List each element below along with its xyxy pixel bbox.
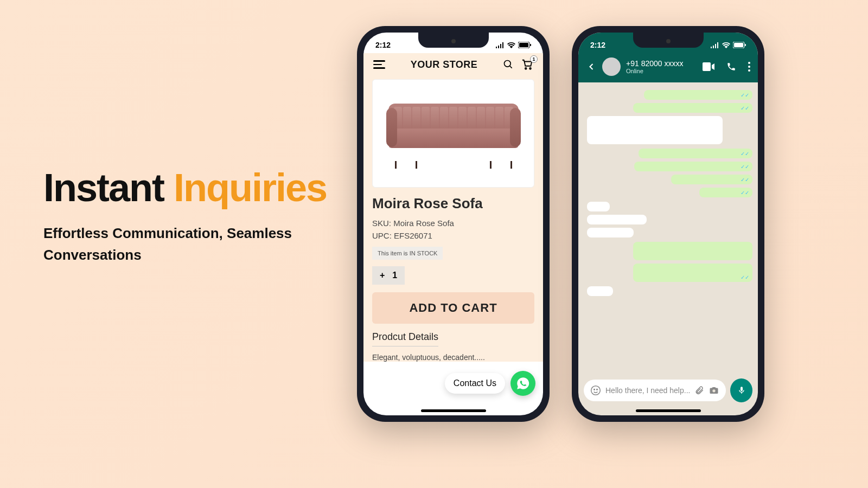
status-time: 2:12 [590, 41, 605, 49]
home-indicator [421, 409, 486, 412]
svg-point-3 [505, 61, 511, 67]
camera-icon[interactable] [709, 386, 719, 395]
sofa-illustration [388, 104, 519, 163]
contact-widget[interactable]: Contact Us [445, 371, 535, 396]
message-input[interactable]: Hello there, I need help... [584, 380, 726, 401]
battery-icon [733, 42, 746, 48]
message-out[interactable] [633, 242, 752, 260]
hero-subtitle: Effortless Communication, Seamless Conve… [43, 222, 336, 266]
message-out[interactable]: ✓✓ [639, 149, 752, 158]
read-ticks-icon: ✓✓ [741, 190, 749, 196]
qty-plus-icon[interactable]: + [380, 271, 385, 280]
product-sku: SKU: Moira Rose Sofa [372, 219, 534, 228]
more-icon[interactable] [748, 62, 750, 72]
product-upc: UPC: EFS26071 [372, 231, 534, 240]
read-ticks-icon: ✓✓ [741, 92, 749, 98]
phone-notch [633, 33, 704, 48]
svg-point-14 [591, 386, 601, 395]
message-in[interactable] [587, 202, 610, 211]
contact-info[interactable]: +91 82000 xxxxx Online [626, 59, 683, 74]
chat-area[interactable]: ✓✓ ✓✓ ✓✓ ✓✓ ✓✓ ✓✓ ✓✓ [578, 82, 758, 370]
wifi-icon [722, 42, 730, 48]
signal-icon [711, 42, 719, 48]
contact-phone: +91 82000 xxxxx [626, 59, 683, 68]
message-out[interactable]: ✓✓ [644, 90, 752, 100]
read-ticks-icon: ✓✓ [741, 274, 749, 280]
mic-button[interactable] [730, 378, 752, 402]
read-ticks-icon: ✓✓ [741, 164, 749, 170]
message-out[interactable]: ✓✓ [634, 162, 752, 171]
svg-point-12 [748, 66, 750, 68]
qty-value: 1 [392, 271, 397, 280]
read-ticks-icon: ✓✓ [741, 177, 749, 183]
store-header: YOUR STORE 1 [363, 53, 543, 76]
back-icon[interactable] [586, 61, 597, 72]
svg-point-5 [525, 68, 527, 69]
stock-badge: This item is IN STOCK [372, 247, 443, 260]
product-details-heading: Prodcut Details [372, 331, 438, 346]
wifi-icon [507, 42, 515, 48]
signal-icon [496, 42, 505, 48]
cart-count-badge: 1 [530, 55, 538, 63]
phone-whatsapp-mockup: 2:12 +91 82000 xxxxx Online [572, 26, 764, 422]
product-image[interactable] [372, 79, 534, 188]
chat-input-bar: Hello there, I need help... [584, 378, 752, 402]
quantity-stepper[interactable]: + 1 [372, 266, 405, 285]
svg-point-6 [529, 68, 531, 69]
svg-rect-2 [530, 44, 531, 46]
contact-status: Online [626, 68, 683, 74]
read-ticks-icon: ✓✓ [741, 105, 749, 111]
avatar[interactable] [602, 57, 621, 76]
whatsapp-icon[interactable] [510, 371, 535, 396]
svg-point-17 [713, 389, 716, 392]
svg-rect-9 [745, 44, 746, 46]
svg-rect-1 [519, 43, 528, 47]
message-in[interactable] [587, 228, 634, 237]
svg-point-15 [594, 389, 595, 390]
status-time: 2:12 [375, 41, 391, 49]
search-icon[interactable] [503, 59, 514, 70]
add-to-cart-button[interactable]: ADD TO CART [372, 292, 534, 324]
message-out[interactable]: ✓✓ [699, 188, 752, 197]
message-in[interactable] [587, 116, 723, 144]
message-out[interactable]: ✓✓ [633, 264, 752, 282]
message-out[interactable]: ✓✓ [671, 175, 752, 184]
attach-icon[interactable] [694, 385, 704, 396]
svg-rect-8 [734, 43, 743, 47]
svg-point-13 [748, 69, 750, 72]
product-title: Moira Rose Sofa [372, 195, 534, 212]
message-out[interactable]: ✓✓ [633, 103, 752, 113]
svg-point-16 [597, 389, 598, 390]
status-icons [711, 42, 746, 48]
product-description: Elegant, voluptuous, decadent..... [372, 353, 534, 362]
mic-icon [737, 384, 746, 396]
product-section: Moira Rose Sofa SKU: Moira Rose Sofa UPC… [363, 76, 543, 362]
hero-title-word1: Instant [43, 166, 164, 209]
message-in[interactable] [587, 286, 613, 296]
hero-title-word2: Inquiries [174, 166, 327, 209]
status-icons [496, 42, 531, 48]
svg-rect-10 [703, 62, 711, 71]
message-in[interactable] [587, 215, 647, 224]
contact-label: Contact Us [445, 373, 505, 394]
video-call-icon[interactable] [703, 62, 714, 71]
hero-title: Instant Inquiries [43, 168, 336, 207]
message-placeholder: Hello there, I need help... [605, 386, 690, 395]
hero-section: Instant Inquiries Effortless Communicati… [43, 168, 336, 266]
read-ticks-icon: ✓✓ [741, 151, 749, 157]
phone-store-mockup: 2:12 YOUR STORE 1 [357, 26, 550, 422]
voice-call-icon[interactable] [726, 62, 736, 72]
menu-icon[interactable] [373, 60, 385, 69]
svg-line-4 [510, 66, 512, 68]
svg-point-11 [748, 62, 750, 64]
battery-icon [518, 42, 531, 48]
phone-notch [418, 33, 489, 48]
store-name: YOUR STORE [411, 59, 478, 70]
home-indicator [636, 409, 701, 412]
cart-button[interactable]: 1 [521, 59, 533, 70]
emoji-icon[interactable] [590, 385, 601, 396]
